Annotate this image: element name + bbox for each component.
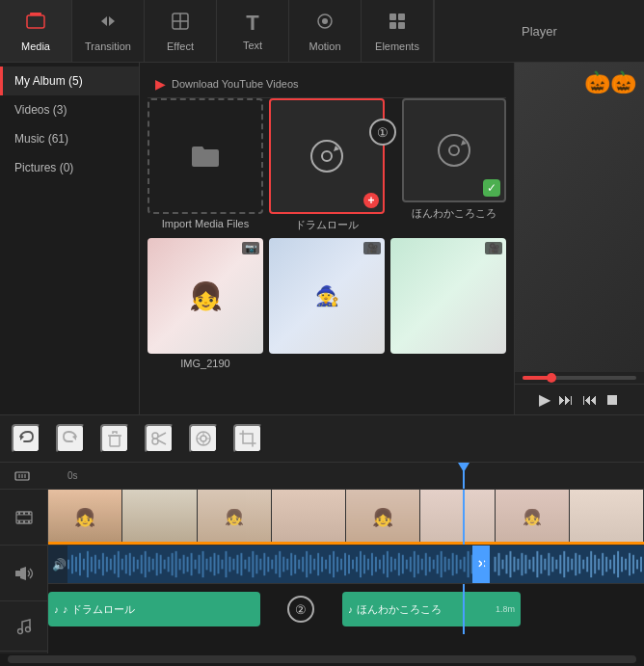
next-frame-button[interactable]: ⏭ [558, 391, 574, 409]
svg-rect-89 [255, 555, 257, 574]
add-track-icon [14, 468, 30, 484]
svg-rect-73 [195, 560, 197, 570]
sidebar-pictures-label: Pictures (0) [14, 161, 73, 174]
svg-line-20 [158, 440, 167, 445]
svg-rect-122 [383, 555, 385, 574]
import-cell[interactable]: Import Media Files [148, 98, 263, 232]
stop-button[interactable]: ⏹ [604, 391, 620, 409]
svg-rect-87 [248, 557, 250, 573]
svg-rect-76 [206, 559, 208, 571]
music-segment-drum-roll[interactable]: ♪ ♪ ドラムロール [48, 592, 260, 626]
timeline-scrollbar[interactable] [8, 655, 636, 663]
svg-rect-60 [145, 551, 147, 577]
nav-media-label: Media [21, 40, 50, 52]
motion-icon [314, 11, 335, 37]
sidebar-item-videos[interactable]: Videos (3) [0, 95, 139, 124]
svg-rect-171 [582, 560, 584, 570]
svg-rect-126 [398, 553, 400, 575]
svg-rect-70 [183, 555, 185, 574]
nav-motion[interactable]: Motion [289, 0, 362, 62]
redo-button[interactable] [56, 424, 85, 453]
ruler-time-0s: 0s [67, 470, 78, 481]
video-cell-5[interactable]: 🧙 🎥 [269, 238, 385, 369]
sidebar-item-music[interactable]: Music (61) [0, 124, 139, 153]
video-track-icon [0, 490, 47, 546]
img2190-video-badge: 📷 [242, 242, 259, 254]
nav-transition[interactable]: Transition [72, 0, 145, 62]
yt-download-bar[interactable]: ▶ Download YouTube Videos [148, 70, 506, 98]
video-thumb-5[interactable]: 🧙 🎥 [269, 238, 385, 354]
video-playhead-line [463, 490, 465, 545]
vid-frame-7: 👧 [496, 490, 570, 545]
video-track[interactable]: 👧 👧 👧 [48, 490, 644, 546]
honwaka-cell[interactable]: ✓ ほんわかころころ [402, 98, 506, 232]
nav-effect[interactable]: Effect [145, 0, 217, 62]
svg-rect-74 [199, 555, 201, 574]
svg-rect-15 [110, 436, 120, 446]
honwaka-thumb[interactable]: ✓ [402, 98, 506, 202]
timeline-area: 0s [0, 463, 644, 665]
scissors-icon [149, 429, 169, 448]
player-progress-area[interactable] [515, 372, 644, 384]
svg-rect-163 [551, 557, 553, 573]
video-thumb-6[interactable]: 🎥 [390, 238, 506, 354]
audio-button[interactable] [189, 424, 218, 453]
progress-dot [547, 373, 556, 383]
video-cell-6[interactable]: 🎥 [390, 238, 506, 369]
music-playhead-line [463, 584, 465, 634]
nav-elements[interactable]: Elements [362, 0, 434, 62]
svg-rect-40 [67, 560, 69, 570]
svg-rect-124 [390, 557, 392, 573]
sidebar-item-pictures[interactable]: Pictures (0) [0, 153, 139, 182]
music-track[interactable]: ♪ ♪ ドラムロール ② ♪ ほんわかころころ 1.8m [48, 584, 644, 634]
check-badge: ✓ [483, 179, 500, 197]
timeline-tracks: 👧 👧 👧 [0, 490, 644, 653]
svg-rect-173 [590, 551, 592, 577]
svg-rect-64 [160, 555, 162, 574]
svg-rect-94 [275, 555, 277, 574]
transition-icon [97, 11, 119, 37]
img2190-thumb[interactable]: 👧 📷 [148, 238, 263, 354]
img2190-cell[interactable]: 👧 📷 IMG_2190 [148, 238, 263, 369]
add-track-btn[interactable] [14, 468, 30, 484]
music-segment-honwaka[interactable]: ♪ ほんわかころころ 1.8m [342, 592, 521, 626]
crop-button[interactable] [233, 424, 262, 453]
svg-rect-119 [371, 553, 373, 575]
music-note-icon-1: ♪ [54, 604, 59, 615]
undo-button[interactable] [12, 424, 40, 453]
import-thumb[interactable] [148, 98, 263, 214]
svg-rect-63 [156, 553, 158, 575]
sidebar-item-my-album[interactable]: My Album (5) [0, 67, 139, 95]
honwaka-duration: 1.8m [496, 604, 515, 614]
svg-rect-53 [118, 551, 120, 577]
drum-roll-label: ドラムロール [269, 218, 385, 232]
drum-roll-seg-label: ♪ ドラムロール [63, 602, 135, 617]
audio-track[interactable]: 🔊 [48, 546, 644, 584]
svg-rect-139 [448, 559, 450, 571]
delete-button[interactable] [100, 424, 129, 453]
svg-rect-100 [298, 560, 300, 570]
drum-roll-thumb[interactable]: + [269, 98, 385, 214]
audio-track-icon [0, 546, 47, 601]
svg-rect-123 [387, 551, 389, 577]
drum-roll-cell[interactable]: + ① ドラムロール [269, 98, 385, 232]
svg-rect-0 [27, 15, 44, 28]
timeline-playhead[interactable] [463, 463, 465, 489]
svg-rect-125 [394, 559, 396, 571]
svg-rect-127 [402, 555, 404, 574]
prev-frame-button[interactable]: ⏭ [581, 391, 597, 409]
svg-rect-141 [456, 555, 458, 574]
svg-rect-181 [621, 557, 623, 573]
nav-media[interactable]: Media [0, 0, 72, 62]
nav-text[interactable]: T Text [217, 0, 289, 62]
svg-rect-33 [18, 520, 20, 523]
audio-cut-marker[interactable]: ✕ [472, 546, 490, 583]
player-decorations: 🎃🎃 [584, 70, 636, 95]
cut-button[interactable] [145, 424, 174, 453]
audio-volume-indicator: 🔊 [52, 558, 67, 572]
play-button[interactable]: ▶ [539, 390, 550, 409]
svg-rect-174 [594, 555, 596, 574]
player-preview-bg: 🎃🎃 [515, 63, 644, 372]
progress-bar[interactable] [523, 376, 636, 380]
svg-rect-168 [571, 559, 573, 571]
